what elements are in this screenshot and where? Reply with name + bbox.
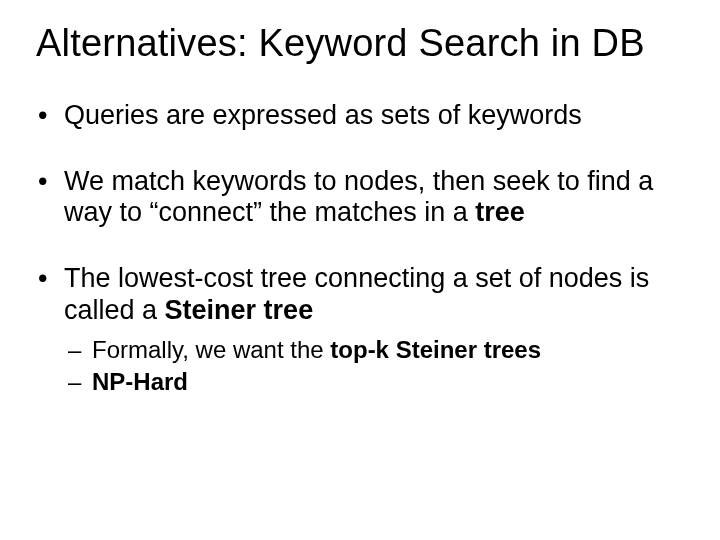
bullet-item: Queries are expressed as sets of keyword…: [36, 100, 684, 132]
bullet-text-bold: Steiner tree: [165, 295, 314, 325]
slide: Alternatives: Keyword Search in DB Queri…: [0, 0, 720, 540]
sub-bullet-item: NP-Hard: [64, 367, 684, 397]
slide-title: Alternatives: Keyword Search in DB: [36, 22, 684, 66]
bullet-item: We match keywords to nodes, then seek to…: [36, 166, 684, 230]
sub-bullet-list: Formally, we want the top-k Steiner tree…: [64, 335, 684, 397]
bullet-text: We match keywords to nodes, then seek to…: [64, 166, 653, 228]
bullet-item: The lowest-cost tree connecting a set of…: [36, 263, 684, 397]
sub-bullet-text-bold: NP-Hard: [92, 368, 188, 395]
bullet-list: Queries are expressed as sets of keyword…: [36, 100, 684, 397]
sub-bullet-text-bold: top-k Steiner trees: [330, 336, 541, 363]
bullet-text: Queries are expressed as sets of keyword…: [64, 100, 582, 130]
bullet-text: The lowest-cost tree connecting a set of…: [64, 263, 649, 325]
sub-bullet-item: Formally, we want the top-k Steiner tree…: [64, 335, 684, 365]
bullet-text-bold: tree: [475, 197, 525, 227]
sub-bullet-text: Formally, we want the: [92, 336, 330, 363]
